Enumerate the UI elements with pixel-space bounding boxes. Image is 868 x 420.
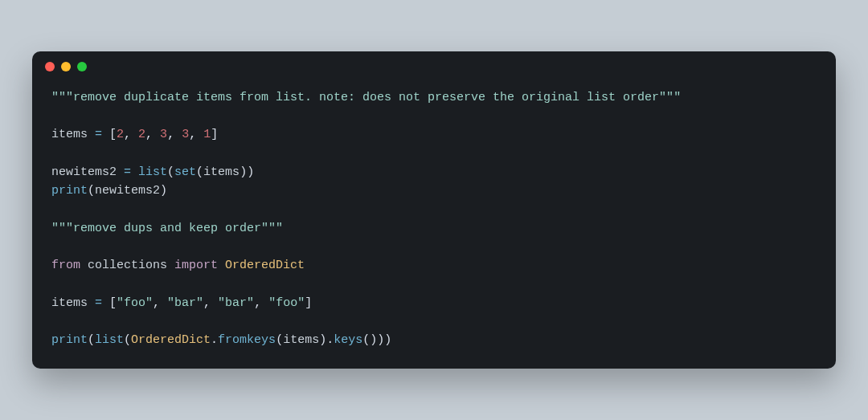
code-token: , [124, 128, 138, 141]
code-token: "bar" [167, 296, 203, 310]
code-line: print(list(OrderedDict.fromkeys(items).k… [51, 331, 817, 349]
code-token [80, 259, 88, 272]
code-token: , [203, 296, 218, 310]
code-token [167, 259, 174, 272]
code-line [51, 200, 817, 218]
code-token: keys [334, 333, 362, 347]
code-token: 3 [182, 128, 189, 141]
code-token [218, 259, 225, 272]
code-token: ( [167, 165, 174, 179]
code-token: , [189, 128, 203, 141]
code-line [51, 275, 817, 293]
zoom-icon[interactable] [77, 62, 87, 71]
code-line [51, 312, 817, 331]
code-token: print [51, 184, 88, 198]
code-token: OrderedDict [131, 333, 211, 347]
code-token: items [283, 333, 319, 347]
code-token: list [95, 333, 124, 347]
code-window: """remove duplicate items from list. not… [32, 51, 836, 369]
code-token: , [153, 296, 167, 310]
code-token: import [174, 259, 218, 272]
code-token: print [51, 333, 88, 347]
code-line [51, 238, 817, 256]
code-editor[interactable]: """remove duplicate items from list. not… [32, 82, 836, 369]
code-token: items [51, 128, 95, 141]
code-token: , [167, 128, 182, 141]
code-line: from collections import OrderedDict [51, 256, 817, 275]
minimize-icon[interactable] [61, 62, 71, 71]
code-token: [ [102, 128, 117, 141]
code-token: "bar" [218, 296, 254, 310]
code-token: list [138, 165, 167, 179]
code-token: , [145, 128, 160, 141]
code-token: 2 [117, 128, 124, 141]
code-token: , [254, 296, 268, 310]
code-line: items = [2, 2, 3, 3, 1] [51, 125, 817, 144]
code-token: [ [102, 296, 117, 310]
code-token: ())) [362, 333, 391, 347]
code-token: set [174, 165, 196, 179]
code-token: )) [240, 165, 254, 179]
code-token: ( [88, 333, 95, 347]
code-token: = [124, 165, 131, 179]
code-line [51, 145, 817, 163]
code-token: . [211, 333, 218, 347]
code-token: collections [88, 259, 167, 272]
code-token [131, 165, 138, 179]
code-token: ] [305, 296, 312, 310]
code-token: newitems2 [95, 184, 160, 198]
code-token: newitems2 [51, 165, 124, 179]
code-token: ( [196, 165, 203, 179]
code-token: ). [319, 333, 334, 347]
window-titlebar [32, 51, 836, 82]
code-token: """remove duplicate items from list. not… [51, 91, 681, 104]
code-token: ( [88, 184, 95, 198]
code-line: """remove duplicate items from list. not… [51, 88, 817, 107]
code-token: "foo" [268, 296, 305, 310]
code-token: items [203, 165, 240, 179]
code-token: OrderedDict [225, 259, 305, 272]
code-token: 3 [160, 128, 167, 141]
code-line: items = ["foo", "bar", "bar", "foo"] [51, 294, 817, 312]
code-token: """remove dups and keep order""" [51, 222, 283, 235]
code-token: ( [276, 333, 283, 347]
code-token: items [51, 296, 95, 310]
code-line: print(newitems2) [51, 181, 817, 200]
code-token: 1 [203, 128, 211, 141]
code-line: newitems2 = list(set(items)) [51, 163, 817, 181]
code-token: ] [211, 128, 218, 141]
code-line: """remove dups and keep order""" [51, 219, 817, 238]
code-token: ( [124, 333, 131, 347]
code-token: from [51, 259, 80, 272]
code-line [51, 107, 817, 125]
code-token: fromkeys [218, 333, 276, 347]
close-icon[interactable] [45, 62, 55, 71]
code-token: 2 [138, 128, 145, 141]
code-token: ) [160, 184, 167, 198]
code-token: "foo" [117, 296, 153, 310]
code-token: = [95, 128, 102, 141]
code-token: = [95, 296, 102, 310]
